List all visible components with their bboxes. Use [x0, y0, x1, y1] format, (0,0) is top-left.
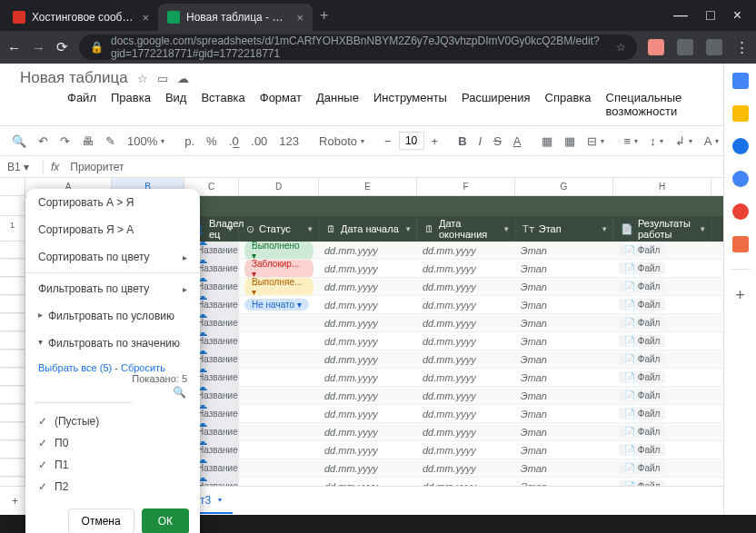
- cell-start[interactable]: dd.mm.yyyy: [319, 459, 417, 477]
- cell-stage[interactable]: Этап: [515, 278, 613, 295]
- cell-status[interactable]: Не начато ▾: [239, 296, 319, 313]
- cell-end[interactable]: dd.mm.yyyy: [417, 296, 515, 313]
- cell-start[interactable]: dd.mm.yyyy: [319, 296, 417, 313]
- th-status[interactable]: ⊙Статус▾: [239, 216, 319, 242]
- calendar-icon[interactable]: [732, 73, 749, 89]
- add-sheet-button[interactable]: +: [7, 491, 23, 511]
- minimize-icon[interactable]: ―: [673, 7, 688, 24]
- star-icon[interactable]: ☆: [616, 41, 626, 54]
- row-number[interactable]: [0, 242, 25, 259]
- th-results[interactable]: 📄Результаты работы▾: [613, 216, 711, 242]
- filter-search[interactable]: 🔍: [35, 382, 132, 403]
- filter-value-item[interactable]: ✓П2: [38, 476, 187, 498]
- cell-stage[interactable]: Этап: [515, 242, 613, 259]
- cell-end[interactable]: dd.mm.yyyy: [417, 332, 515, 350]
- cell-start[interactable]: dd.mm.yyyy: [319, 242, 417, 259]
- cloud-icon[interactable]: ☁: [177, 72, 189, 85]
- row-number[interactable]: [0, 314, 25, 331]
- halign-button[interactable]: ≡▾: [620, 131, 643, 152]
- format-more[interactable]: 123: [274, 131, 303, 152]
- cell-end[interactable]: dd.mm.yyyy: [417, 369, 515, 386]
- print-icon[interactable]: 🖶: [77, 131, 98, 152]
- sort-by-color[interactable]: Сортировать по цвету▸: [25, 243, 200, 271]
- cell-stage[interactable]: Этап: [515, 423, 613, 440]
- cell-status[interactable]: Заблокир... ▾: [239, 260, 319, 277]
- cell-file[interactable]: 📄 Файл: [613, 405, 711, 422]
- extension-icon[interactable]: [677, 39, 693, 55]
- sort-za[interactable]: Сортировать Я > А: [25, 216, 200, 243]
- filter-by-value[interactable]: ▾Фильтровать по значению: [25, 330, 200, 357]
- cell-status[interactable]: [239, 387, 319, 404]
- add-addon-button[interactable]: +: [735, 286, 745, 305]
- row-number[interactable]: [0, 332, 25, 350]
- th-start-date[interactable]: 🗓Дата начала▾: [319, 216, 417, 242]
- cell-end[interactable]: dd.mm.yyyy: [417, 350, 515, 368]
- menu-Файл[interactable]: Файл: [62, 89, 102, 120]
- menu-Вид[interactable]: Вид: [160, 89, 193, 120]
- col-header[interactable]: F: [417, 178, 515, 195]
- cell-end[interactable]: dd.mm.yyyy: [417, 260, 515, 277]
- cell-file[interactable]: 📄 Файл: [613, 332, 711, 350]
- cell-file[interactable]: 📄 Файл: [613, 369, 711, 386]
- formula-bar[interactable]: Приоритет: [66, 161, 127, 173]
- cell-status[interactable]: [239, 369, 319, 386]
- paint-format-icon[interactable]: ✎: [101, 131, 120, 152]
- name-box[interactable]: B1 ▾: [0, 161, 44, 173]
- font-size-inc[interactable]: +: [427, 131, 443, 152]
- menu-Инструменты[interactable]: Инструменты: [368, 89, 453, 120]
- cell-end[interactable]: dd.mm.yyyy: [417, 387, 515, 404]
- row-number[interactable]: 1: [0, 216, 25, 242]
- menu-Вставка[interactable]: Вставка: [195, 89, 250, 120]
- cell-stage[interactable]: Этап: [515, 441, 613, 459]
- tasks-icon[interactable]: [732, 138, 749, 154]
- row-number[interactable]: [0, 278, 25, 295]
- cell-status[interactable]: Выполняе... ▾: [239, 278, 319, 295]
- cell-start[interactable]: dd.mm.yyyy: [319, 369, 417, 386]
- cell-file[interactable]: 📄 Файл: [613, 314, 711, 331]
- menu-Данные[interactable]: Данные: [311, 89, 364, 120]
- cell-file[interactable]: 📄 Файл: [613, 350, 711, 368]
- cell-status[interactable]: [239, 459, 319, 477]
- valign-button[interactable]: ↕▾: [645, 131, 668, 152]
- cell-start[interactable]: dd.mm.yyyy: [319, 314, 417, 331]
- percent-button[interactable]: %: [202, 131, 222, 152]
- select-all-link[interactable]: Выбрать все (5): [38, 362, 112, 373]
- move-icon[interactable]: ▭: [157, 72, 168, 85]
- cancel-button[interactable]: Отмена: [68, 508, 134, 533]
- extension-icon[interactable]: [706, 39, 722, 55]
- cell-stage[interactable]: Этап: [515, 387, 613, 404]
- font-select[interactable]: Roboto▾: [314, 131, 369, 152]
- menu-Расширения[interactable]: Расширения: [456, 89, 536, 120]
- cell-status[interactable]: [239, 350, 319, 368]
- menu-icon[interactable]: ⋮: [735, 39, 749, 55]
- filter-by-color[interactable]: Фильтровать по цвету▸: [25, 275, 200, 302]
- undo-icon[interactable]: ↶: [34, 131, 53, 152]
- sort-az[interactable]: Сортировать А > Я: [25, 189, 200, 216]
- filter-value-item[interactable]: ✓П0: [38, 432, 187, 454]
- document-title[interactable]: Новая таблица: [20, 69, 128, 87]
- cell-file[interactable]: 📄 Файл: [613, 296, 711, 313]
- decrease-decimal[interactable]: .0̲: [224, 131, 244, 152]
- search-icon[interactable]: 🔍: [7, 131, 31, 152]
- cell-status[interactable]: [239, 332, 319, 350]
- font-size-dec[interactable]: −: [380, 131, 396, 152]
- reset-link[interactable]: Сбросить: [121, 362, 165, 373]
- cell-status[interactable]: [239, 314, 319, 331]
- reload-icon[interactable]: ⟳: [56, 39, 68, 55]
- url-bar[interactable]: 🔒 docs.google.com/spreadsheets/d/1mCARfY…: [79, 35, 637, 60]
- merge-button[interactable]: ⊟▾: [582, 131, 609, 152]
- italic-button[interactable]: I: [474, 131, 487, 152]
- cell-end[interactable]: dd.mm.yyyy: [417, 441, 515, 459]
- browser-tab-0[interactable]: Хостинговое сообщество «Tim ×: [4, 4, 158, 31]
- cell-start[interactable]: dd.mm.yyyy: [319, 278, 417, 295]
- fill-color-button[interactable]: ▦: [537, 131, 557, 152]
- borders-button[interactable]: ▦: [560, 131, 580, 152]
- row-number[interactable]: [0, 405, 25, 422]
- row-number[interactable]: [0, 196, 25, 216]
- redo-icon[interactable]: ↷: [55, 131, 75, 152]
- cell-file[interactable]: 📄 Файл: [613, 242, 711, 259]
- cell-start[interactable]: dd.mm.yyyy: [319, 350, 417, 368]
- cell-end[interactable]: dd.mm.yyyy: [417, 423, 515, 440]
- cell-start[interactable]: dd.mm.yyyy: [319, 478, 417, 486]
- cell-start[interactable]: dd.mm.yyyy: [319, 441, 417, 459]
